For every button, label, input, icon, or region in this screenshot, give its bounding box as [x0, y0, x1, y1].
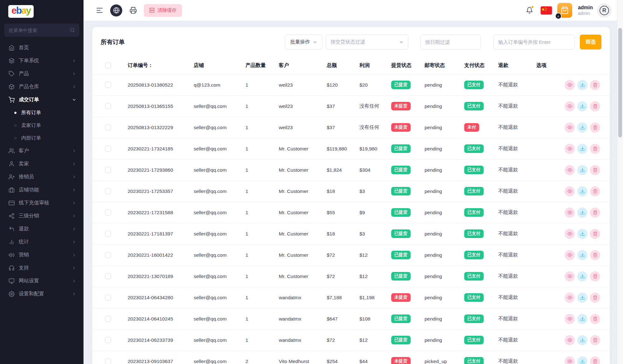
order-number-filter-input[interactable]: [493, 35, 575, 50]
download-order-button[interactable]: [577, 335, 587, 345]
view-order-button[interactable]: [565, 186, 575, 196]
delete-order-button[interactable]: [590, 122, 600, 133]
delete-order-button[interactable]: [590, 144, 600, 154]
sidebar-item-completed-orders[interactable]: 成交订单: [0, 93, 84, 106]
sidebar-subitem-all-orders[interactable]: 所有订单: [0, 106, 84, 119]
delete-order-button[interactable]: [590, 165, 600, 175]
download-order-button[interactable]: [577, 314, 587, 324]
download-order-button[interactable]: [577, 271, 587, 281]
download-order-button[interactable]: [577, 144, 587, 154]
row-checkbox[interactable]: [105, 273, 111, 279]
scrollbar-thumb[interactable]: [618, 28, 622, 137]
sidebar-item-products[interactable]: 产品: [0, 67, 84, 80]
row-checkbox[interactable]: [105, 295, 111, 301]
row-checkbox[interactable]: [105, 82, 111, 88]
row-checkbox[interactable]: [105, 103, 111, 109]
print-button[interactable]: [127, 4, 139, 17]
row-checkbox-cell: [92, 159, 128, 181]
download-order-button[interactable]: [577, 80, 587, 90]
view-order-button[interactable]: [565, 101, 575, 111]
sidebar-item-three-level-distribution[interactable]: 三级分销: [0, 209, 84, 222]
delete-order-button[interactable]: [590, 293, 600, 303]
sidebar-item-refunds[interactable]: 退款: [0, 222, 84, 235]
main-column: 清除缓存 admin admin: [84, 0, 617, 364]
row-checkbox[interactable]: [105, 124, 111, 130]
date-filter-input[interactable]: [420, 35, 481, 50]
view-order-button[interactable]: [565, 122, 575, 133]
download-order-button[interactable]: [577, 165, 587, 175]
view-order-button[interactable]: [565, 335, 575, 345]
delete-order-button[interactable]: [590, 186, 600, 196]
download-order-button[interactable]: [577, 356, 587, 364]
delete-order-button[interactable]: [590, 80, 600, 90]
delete-order-button[interactable]: [590, 335, 600, 345]
sidebar-item-sellers[interactable]: 卖家: [0, 157, 84, 170]
cart-button[interactable]: [557, 3, 572, 18]
view-order-button[interactable]: [565, 144, 575, 154]
sidebar-item-settings-config[interactable]: 设置和配置: [0, 288, 84, 301]
download-order-button[interactable]: [577, 229, 587, 239]
row-checkbox[interactable]: [105, 316, 111, 322]
row-checkbox[interactable]: [105, 188, 111, 194]
sidebar-subitem-seller-orders[interactable]: 卖家订单: [0, 119, 84, 132]
sidebar-item-product-warehouse[interactable]: 产品仓库: [0, 80, 84, 93]
sidebar-item-home[interactable]: 首页: [0, 41, 84, 54]
delete-order-button[interactable]: [590, 101, 600, 111]
delete-order-button[interactable]: [590, 208, 600, 218]
view-order-button[interactable]: [565, 229, 575, 239]
row-checkbox[interactable]: [105, 252, 111, 258]
row-checkbox[interactable]: [105, 231, 111, 237]
language-flag-button[interactable]: [540, 6, 552, 15]
sidebar-search-input[interactable]: [9, 28, 67, 33]
row-checkbox[interactable]: [105, 146, 111, 152]
download-order-button[interactable]: [577, 208, 587, 218]
sidebar-item-customers[interactable]: 客户: [0, 144, 84, 157]
view-order-button[interactable]: [565, 80, 575, 90]
globe-button[interactable]: [110, 4, 122, 17]
view-order-button[interactable]: [565, 271, 575, 281]
delete-order-button[interactable]: [590, 356, 600, 364]
sidebar-item-shop-features[interactable]: 店铺功能: [0, 183, 84, 196]
delete-order-button[interactable]: [590, 250, 600, 260]
sidebar-item-marketing[interactable]: 营销: [0, 248, 84, 261]
bulk-actions-dropdown[interactable]: 批量操作: [285, 35, 323, 50]
sidebar-subitem-internal-orders[interactable]: 内部订单: [0, 132, 84, 144]
sidebar-item-order-system[interactable]: 下单系统: [0, 54, 84, 67]
row-checkbox[interactable]: [105, 167, 111, 173]
view-order-button[interactable]: [565, 293, 575, 303]
sidebar-item-site-settings[interactable]: 网站设置: [0, 275, 84, 288]
delivery-status-filter[interactable]: 按交货状态过滤: [326, 35, 408, 50]
user-menu[interactable]: admin admin: [578, 4, 593, 17]
sidebar-item-support[interactable]: 支持: [0, 261, 84, 275]
sidebar-item-offline-recharge-review[interactable]: 线下充值审核: [0, 196, 84, 209]
download-order-button[interactable]: [577, 122, 587, 133]
row-checkbox[interactable]: [105, 358, 111, 364]
delete-order-button[interactable]: [590, 271, 600, 281]
download-order-button[interactable]: [577, 186, 587, 196]
select-all-checkbox[interactable]: [105, 63, 111, 69]
download-order-button[interactable]: [577, 250, 587, 260]
return-icon: [9, 226, 15, 232]
sidebar-toggle-button[interactable]: [93, 4, 106, 17]
pay-status-badge: 已支付: [464, 251, 484, 259]
delete-order-button[interactable]: [590, 229, 600, 239]
view-order-button[interactable]: [565, 165, 575, 175]
notifications-button[interactable]: [523, 4, 536, 17]
row-checkbox[interactable]: [105, 209, 111, 215]
filter-button[interactable]: 筛选: [580, 35, 601, 50]
download-order-button[interactable]: [577, 293, 587, 303]
user-avatar[interactable]: R: [597, 3, 611, 17]
sidebar-item-statistics[interactable]: 统计: [0, 235, 84, 248]
vertical-scrollbar[interactable]: [617, 0, 623, 364]
column-header: 退款: [498, 57, 536, 74]
view-order-button[interactable]: [565, 314, 575, 324]
download-order-button[interactable]: [577, 101, 587, 111]
logo-link[interactable]: ebay: [0, 0, 84, 20]
view-order-button[interactable]: [565, 208, 575, 218]
row-checkbox[interactable]: [105, 337, 111, 343]
clear-cache-button[interactable]: 清除缓存: [144, 4, 182, 17]
delete-order-button[interactable]: [590, 314, 600, 324]
view-order-button[interactable]: [565, 250, 575, 260]
view-order-button[interactable]: [565, 356, 575, 364]
sidebar-item-salesmen[interactable]: 推销员: [0, 170, 84, 183]
